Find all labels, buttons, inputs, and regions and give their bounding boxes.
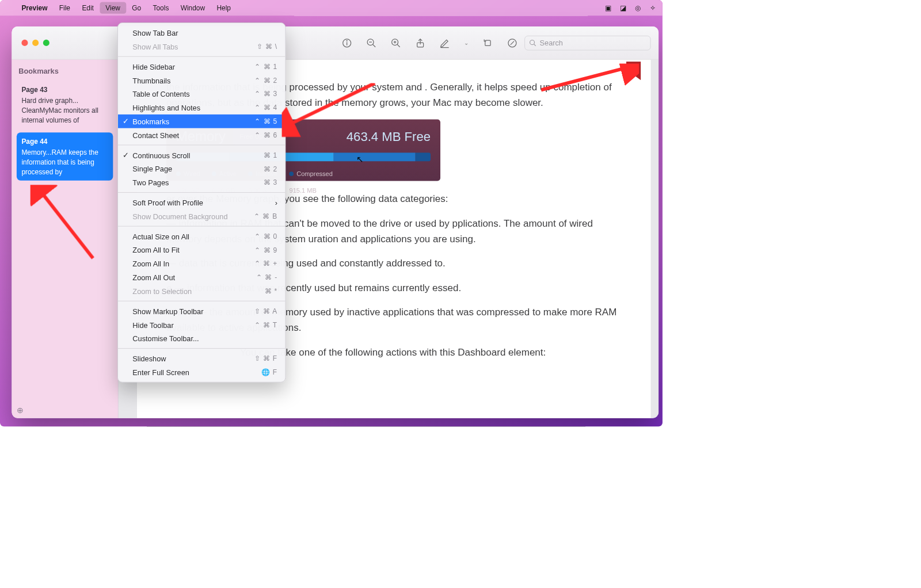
minimize-button[interactable] [32, 40, 39, 46]
search-input[interactable]: Search [524, 36, 650, 51]
mouse-cursor-icon: ↖ [356, 152, 364, 167]
menu-item[interactable]: Table of Contents⌃ ⌘ 3 [118, 87, 286, 101]
bookmark-text: Memory...RAM keeps the information that … [21, 148, 98, 176]
menu-item[interactable]: Highlights and Notes⌃ ⌘ 4 [118, 101, 286, 114]
bookmarks-sidebar: Bookmarks Page 43 Hard drive graph... Cl… [12, 60, 118, 418]
sidebar-add-icon[interactable]: ⊕ [17, 406, 113, 415]
view-menu-dropdown: Show Tab BarShow All Tabs⇧ ⌘ \Hide Sideb… [117, 22, 286, 383]
zoom-in-icon[interactable] [390, 37, 401, 48]
menu-item[interactable]: Enter Full Screen🌐 F [118, 365, 286, 379]
menu-item[interactable]: Zoom All In⌃ ⌘ + [118, 257, 286, 270]
menu-item[interactable]: Soft Proof with Profile› [118, 196, 286, 209]
menu-window[interactable]: Window [175, 2, 211, 13]
menu-go[interactable]: Go [126, 2, 147, 13]
zoom-out-icon[interactable] [366, 37, 377, 48]
menu-edit[interactable]: Edit [76, 2, 100, 13]
close-button[interactable] [21, 40, 28, 46]
menu-view[interactable]: View [100, 2, 126, 13]
menu-item[interactable]: Two Pages⌘ 3 [118, 175, 286, 189]
tray-icon[interactable]: ◪ [620, 4, 626, 12]
menu-file[interactable]: File [54, 2, 77, 13]
bookmark-item[interactable]: Page 43 Hard drive graph... CleanMyMac m… [17, 81, 113, 128]
zoom-button[interactable] [43, 40, 50, 46]
menu-help[interactable]: Help [211, 2, 237, 13]
bookmark-item[interactable]: Page 44 Memory...RAM keeps the informati… [17, 132, 113, 180]
menu-item: Zoom to Selection⌘ * [118, 284, 286, 298]
menu-item[interactable]: Customise Toolbar... [118, 331, 286, 345]
highlight-menu-chevron-icon[interactable]: ⌄ [464, 39, 469, 46]
menu-item[interactable]: Show Tab Bar [118, 26, 286, 40]
menu-tools[interactable]: Tools [147, 2, 174, 13]
menu-item[interactable]: Zoom All Out⌃ ⌘ - [118, 270, 286, 284]
menu-item[interactable]: Zoom All to Fit⌃ ⌘ 9 [118, 243, 286, 257]
tray-dropbox-icon[interactable]: ✧ [650, 4, 656, 12]
menubar: Preview File Edit View Go Tools Window H… [0, 0, 663, 16]
titlebar: ⌄ Search [12, 26, 659, 60]
search-icon [529, 39, 537, 47]
svg-point-2 [347, 40, 347, 41]
markup-icon[interactable] [507, 37, 518, 48]
bookmark-page: Page 43 [21, 85, 108, 94]
svg-line-4 [372, 44, 375, 47]
svg-line-7 [397, 44, 400, 47]
menu-item[interactable]: Hide Sidebar⌃ ⌘ 1 [118, 60, 286, 74]
highlight-icon[interactable] [439, 37, 450, 48]
window-controls [21, 40, 49, 46]
bookmark-page: Page 44 [21, 136, 108, 146]
menu-item[interactable]: Slideshow⇧ ⌘ F [118, 352, 286, 365]
menu-item[interactable]: Hide Toolbar⌃ ⌘ T [118, 318, 286, 332]
menu-item[interactable]: ✓Continuous Scroll⌘ 1 [118, 148, 286, 162]
menu-item[interactable]: Single Page⌘ 2 [118, 162, 286, 175]
search-placeholder: Search [540, 39, 563, 47]
sidebar-title: Bookmarks [18, 67, 111, 75]
memory-free-value: 463.4 MB Free [347, 129, 431, 144]
svg-point-14 [530, 40, 535, 44]
info-icon[interactable] [341, 37, 352, 48]
menu-item[interactable]: Contact Sheet⌃ ⌘ 6 [118, 128, 286, 142]
bookmark-ribbon-icon[interactable] [626, 62, 641, 80]
menu-item: Show All Tabs⇧ ⌘ \ [118, 40, 286, 54]
menu-app[interactable]: Preview [16, 2, 53, 13]
tray-screenshot-icon[interactable]: ◎ [635, 4, 641, 12]
menu-item[interactable]: Thumbnails⌃ ⌘ 2 [118, 74, 286, 87]
status-tray: ▣ ◪ ◎ ✧ [605, 4, 656, 12]
menu-item: Show Document Background⌃ ⌘ B [118, 209, 286, 223]
menu-item[interactable]: ✓Bookmarks⌃ ⌘ 5 [118, 114, 286, 128]
bookmark-text: Hard drive graph... CleanMyMac monitors … [21, 96, 98, 124]
rotate-icon[interactable] [482, 37, 493, 48]
tray-icon[interactable]: ▣ [605, 4, 611, 12]
menu-item[interactable]: Show Markup Toolbar⇧ ⌘ A [118, 304, 286, 318]
menu-item[interactable]: Actual Size on All⌃ ⌘ 0 [118, 230, 286, 243]
preview-window: ⌄ Search Bookmarks Page 43 Hard drive gr… [12, 26, 659, 418]
svg-line-15 [534, 44, 535, 45]
share-icon[interactable] [415, 37, 426, 48]
